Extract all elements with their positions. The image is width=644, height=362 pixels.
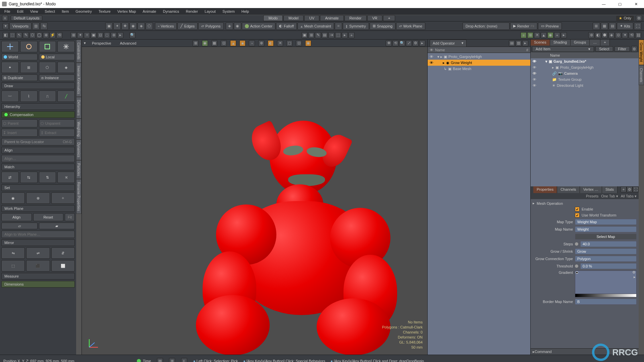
transform-scale-button[interactable] — [39, 41, 56, 52]
vh-13[interactable]: ◉ — [305, 40, 311, 46]
tool-d[interactable]: ◈ — [57, 62, 75, 73]
kits-button[interactable]: ✦Kits — [617, 22, 633, 30]
parent-button[interactable]: ⬡Parent — [1, 119, 38, 127]
filter-icon[interactable]: ⚙ — [631, 46, 637, 52]
vtab-deformers[interactable]: Deformers — [76, 97, 82, 119]
ptab-channels[interactable]: Channels — [557, 186, 580, 193]
wp-header[interactable]: Work Plane — [1, 205, 75, 212]
match-3[interactable]: ⇅ — [39, 172, 56, 183]
set-3[interactable]: ✧ — [51, 192, 75, 204]
ibar-l-7[interactable]: ⊕ — [43, 32, 49, 38]
eye-icon[interactable]: 👁 — [532, 77, 537, 81]
wp-align-button[interactable]: Align — [1, 213, 32, 221]
rbar-4[interactable]: ◈ — [608, 32, 614, 38]
align-button[interactable]: Align… — [1, 155, 75, 162]
pnl-7[interactable]: ▸ — [561, 32, 567, 38]
preview-button[interactable]: ▭Preview — [538, 22, 562, 30]
operator-tree[interactable]: 👁▾ ▸ ▣ Proto_GargoyleHigh 👁▸ ◉ Grow Weig… — [428, 53, 530, 355]
transform-icon-2[interactable]: ✦ — [113, 22, 121, 30]
menu-texture[interactable]: Texture — [96, 9, 114, 14]
rbar-1[interactable]: ⊛ — [588, 32, 594, 38]
only-toggle[interactable]: ★Only — [616, 16, 634, 21]
presets-label[interactable]: Presets — [586, 194, 598, 198]
menu-item[interactable]: Item — [59, 9, 72, 14]
menu-help[interactable]: Help — [238, 9, 252, 14]
eye-icon[interactable]: 👁 — [430, 61, 433, 65]
tab-vr[interactable]: VR — [367, 15, 382, 21]
pnl-4[interactable]: ▲ — [541, 32, 547, 38]
sel-mode-icon-b[interactable]: ◉ — [234, 22, 241, 30]
ibar-l-3[interactable]: ↖ — [16, 32, 22, 38]
coord-local-button[interactable]: Local — [39, 54, 75, 60]
tab-scenes[interactable]: Scenes — [531, 40, 550, 46]
select-map-button[interactable]: Select Map — [575, 234, 637, 240]
menu-file[interactable]: File — [1, 9, 13, 14]
workplane-button[interactable]: ▱Work Plane — [396, 22, 425, 30]
vpbar-7[interactable]: ▸ — [342, 32, 348, 38]
vp-zoom-icon[interactable]: 🔍 — [399, 40, 405, 46]
mirror-4[interactable]: ⬚ — [1, 260, 25, 272]
menu-render[interactable]: Render — [183, 9, 201, 14]
axis-gizmo[interactable] — [87, 337, 100, 350]
gradient-ramp[interactable] — [575, 294, 637, 297]
rbar-8[interactable]: ⛓ — [635, 32, 641, 38]
set-1[interactable]: ◉ — [1, 192, 25, 204]
tab-shading[interactable]: Shading — [550, 40, 571, 46]
match-4[interactable]: ⤨ — [57, 172, 75, 183]
ibar-m-7[interactable]: ⊛ — [111, 32, 117, 38]
tab-add[interactable]: + — [383, 15, 395, 21]
pnl-6[interactable]: + — [554, 32, 560, 38]
vpbar-1[interactable]: ▣ — [302, 32, 308, 38]
align-to-wp-button[interactable]: Align to Work Plane… — [1, 231, 75, 238]
ibar-m-2[interactable]: ✦ — [77, 32, 83, 38]
pnl-1[interactable]: ≡ — [521, 32, 527, 38]
gradient-editor[interactable]: ⚙ ▸ — [575, 270, 637, 294]
ibar-m-1[interactable]: ⊞ — [70, 32, 76, 38]
vh-8[interactable]: ⊕ — [258, 40, 264, 46]
all-tabs-dropdown[interactable]: All Tabs ▾ — [621, 194, 637, 198]
menu-system[interactable]: System — [219, 9, 238, 14]
panel-icon-b[interactable]: ⇆ — [40, 22, 48, 30]
menu-edit[interactable]: Edit — [14, 9, 26, 14]
thresh-field[interactable]: 0.0 % — [580, 263, 637, 269]
layout-gear-icon[interactable]: ⚙ — [636, 15, 642, 21]
vtab-ik[interactable]: Inverse Kinematics — [76, 63, 82, 97]
ibar-l-1[interactable]: ◧ — [3, 32, 9, 38]
ptab-vertex[interactable]: Vertex … — [580, 186, 602, 193]
use-world-checkbox[interactable]: ✔ — [575, 213, 580, 218]
tool-c[interactable]: ⬠ — [39, 62, 56, 73]
viewport-menu-icon[interactable]: ▾ — [84, 41, 86, 45]
vtab-constraints[interactable]: Constraints — [76, 40, 82, 63]
layout-dropdown[interactable]: Default Layouts — [11, 15, 42, 21]
mirror-header[interactable]: Mirror — [1, 239, 75, 246]
eye-icon[interactable]: 👁 — [532, 59, 537, 63]
menu-dynamics[interactable]: Dynamics — [160, 9, 182, 14]
transform-icon-3[interactable]: ❖ — [121, 22, 129, 30]
toolbar-sep-icon[interactable]: ⌗ — [335, 22, 342, 30]
pnl-5[interactable]: ◉ — [547, 32, 553, 38]
time-label[interactable]: Time — [143, 359, 151, 362]
layout-menu-icon[interactable]: ≡ — [2, 15, 8, 21]
vh-11[interactable]: ▢ — [286, 40, 292, 46]
tool-a[interactable]: ✦ — [1, 62, 19, 73]
menu-layout[interactable]: Layout — [202, 9, 219, 14]
ibar-m-6[interactable]: ◌ — [104, 32, 110, 38]
panel-icon-a[interactable]: ▥ — [32, 22, 40, 30]
vtab-dynamics[interactable]: Dynamics — [76, 139, 82, 160]
scene-tree[interactable]: Name 👁▾ ▣ Garg_bundled.lxo* 👁▸ ▣ Proto_G… — [531, 52, 639, 186]
falloff-button[interactable]: ◐Falloff — [276, 22, 297, 30]
duplicate-button[interactable]: ⧉Duplicate — [1, 74, 38, 81]
map-name-field[interactable]: Weight — [575, 226, 637, 232]
tab-modo[interactable]: Modo — [263, 15, 283, 21]
enable-checkbox[interactable]: ✔ — [575, 207, 580, 212]
eye-icon[interactable]: 👁 — [532, 71, 537, 75]
menu-select[interactable]: Select — [42, 9, 58, 14]
ibar-l-8[interactable]: ⚡ — [50, 32, 56, 38]
dimensions-toggle[interactable]: Dimensions — [1, 281, 75, 288]
maximize-button[interactable]: ▢ — [614, 2, 626, 6]
op-hdr-icon-1[interactable]: ▤ — [509, 40, 515, 46]
rbar-7[interactable]: ⟲ — [629, 32, 635, 38]
mirror-2[interactable]: ⇌ — [26, 247, 50, 259]
scene-row-texgroup[interactable]: 👁📁 Texture Group — [531, 76, 639, 82]
vh-3[interactable]: ▦ — [211, 40, 217, 46]
